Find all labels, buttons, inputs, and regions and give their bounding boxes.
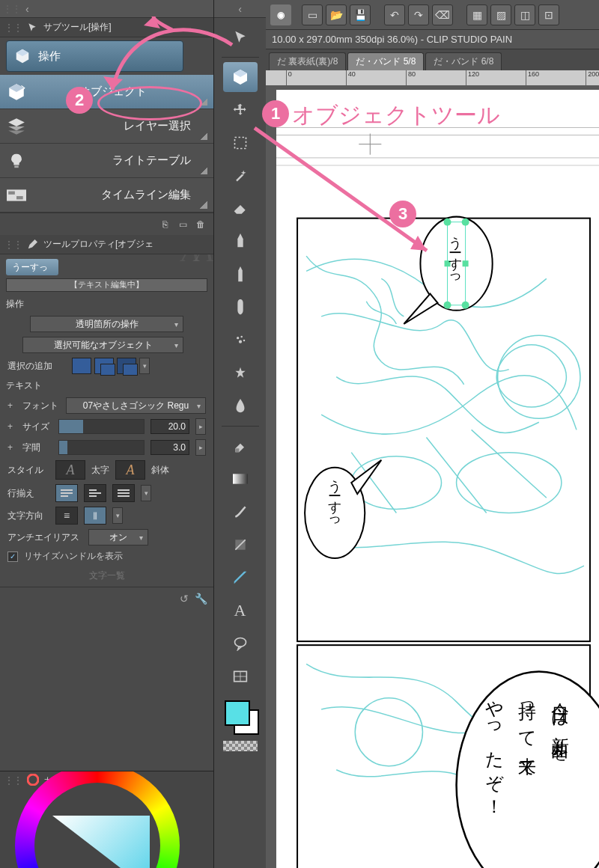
select-mode-new[interactable] [72, 358, 91, 374]
pen-cursor-icon [25, 238, 39, 251]
direction-vertical[interactable]: ⫴ [84, 507, 106, 525]
tool-eraser[interactable] [223, 431, 258, 461]
align-more[interactable]: ▾ [141, 485, 151, 501]
tool-marquee[interactable] [223, 128, 258, 158]
spacing-value[interactable]: 3.0 [150, 440, 189, 455]
deselect-icon[interactable]: ▨ [490, 4, 511, 25]
expand-icon[interactable]: + [7, 442, 16, 453]
chevron-left-icon[interactable]: ‹ [25, 3, 29, 15]
tool-pen[interactable] [223, 227, 258, 257]
size-stepper[interactable]: ▸ [195, 418, 206, 435]
subtool-item-timeline[interactable]: タイムライン編集 [0, 178, 213, 213]
select-mode-more[interactable]: ▾ [139, 358, 150, 374]
tab-page[interactable]: だ・バンド 5/8 [347, 52, 424, 70]
reset-icon[interactable]: ↺ [180, 593, 189, 605]
horizontal-ruler[interactable]: 0 40 80 120 160 200 [266, 70, 599, 85]
decorative-aa: AA [181, 254, 209, 269]
balloon-text-3[interactable]: 今日は新曲を 持って来て やったぞ！ [482, 688, 572, 810]
clip-studio-logo-icon[interactable]: ◉ [270, 4, 291, 25]
subtool-group-label: 操作 [38, 49, 61, 64]
font-dropdown[interactable]: 07やさしさゴシック Regu [66, 397, 206, 414]
bold-toggle[interactable]: A [55, 460, 85, 480]
spacing-label: 字間 [22, 441, 52, 454]
tool-move[interactable] [223, 22, 258, 52]
tool-text[interactable]: A [223, 596, 258, 626]
delete-subtool-icon[interactable]: 🗑 [194, 218, 207, 231]
foreground-color-swatch[interactable] [225, 700, 250, 726]
size-value[interactable]: 20.0 [150, 419, 189, 434]
subtool-item-label: タイムライン編集 [34, 188, 200, 202]
tool-gradient[interactable] [223, 464, 258, 494]
align-center[interactable] [84, 484, 106, 502]
tool-object[interactable] [223, 62, 258, 92]
open-file-icon[interactable]: 📂 [326, 4, 347, 25]
subtool-panel-title: ⋮⋮ サブツール[操作] [0, 18, 213, 37]
lightbulb-icon [6, 150, 27, 171]
tool-line-edit[interactable] [223, 497, 258, 527]
tab-label: だ・バンド 6/8 [434, 55, 493, 68]
tool-airbrush[interactable] [223, 326, 258, 355]
spacing-slider[interactable] [58, 440, 145, 455]
editing-text-chip[interactable]: うーすっ [6, 259, 58, 275]
align-top[interactable] [55, 484, 78, 502]
undo-icon[interactable]: ↶ [384, 4, 405, 25]
tab-page[interactable]: だ・バンド 6/8 [425, 52, 502, 70]
spacing-stepper[interactable]: ▸ [195, 439, 206, 456]
color-swatch-pair[interactable] [222, 697, 259, 735]
chevron-left-icon[interactable]: ‹ [238, 3, 242, 15]
subtool-item-layer-select[interactable]: レイヤー選択 [0, 109, 213, 144]
balloon-text-2[interactable]: うーすっ [326, 470, 344, 529]
tool-eraser-rect[interactable] [223, 194, 258, 224]
wrench-icon[interactable]: 🔧 [195, 593, 207, 605]
shrink-select-icon[interactable]: ⊡ [538, 4, 559, 25]
selectable-object-dropdown[interactable]: 選択可能なオブジェクト [22, 337, 183, 353]
expand-icon[interactable]: + [7, 400, 16, 411]
select-mode-add[interactable] [94, 358, 114, 374]
invert-select-icon[interactable]: ◫ [514, 4, 535, 25]
tool-ruler[interactable] [223, 563, 258, 593]
tool-frame[interactable] [223, 661, 258, 691]
redo-icon[interactable]: ↷ [408, 4, 429, 25]
new-file-icon[interactable]: ▭ [302, 4, 323, 25]
subtool-item-label: レイヤー選択 [34, 119, 200, 133]
subtool-item-light-table[interactable]: ライトテーブル [0, 144, 213, 178]
subtool-menu-icon[interactable]: ▭ [176, 218, 189, 231]
subtool-item-label: ライトテーブル [34, 153, 200, 168]
subtool-item-object[interactable]: オブジェクト [0, 75, 213, 109]
tool-figure[interactable] [223, 530, 258, 560]
balloon-text-1[interactable]: うーすっ [446, 227, 464, 286]
save-file-icon[interactable]: 💾 [350, 4, 371, 25]
tool-deco[interactable] [223, 358, 258, 388]
italic-toggle[interactable]: A [115, 460, 145, 480]
select-all-icon[interactable]: ▦ [466, 4, 487, 25]
svg-point-9 [243, 340, 245, 342]
tab-page[interactable]: だ 裏表紙(裏)/8 [269, 52, 346, 70]
erase-icon[interactable]: ⌫ [432, 4, 453, 25]
style-label: スタイル [7, 464, 49, 477]
tool-brush[interactable] [223, 293, 258, 323]
canvas-area[interactable]: うーすっ うーすっ 今日は新曲を 持って来て やったぞ！ [266, 85, 599, 868]
size-slider[interactable] [58, 419, 145, 434]
tool-wand[interactable] [223, 161, 258, 191]
tool-blur[interactable] [223, 391, 258, 421]
resize-handle-checkbox[interactable]: ✓ [7, 551, 18, 562]
svg-rect-0 [14, 165, 19, 168]
tool-balloon[interactable] [223, 629, 258, 658]
select-mode-sub[interactable] [117, 358, 136, 374]
expand-icon[interactable]: + [7, 421, 16, 432]
subtool-group-button[interactable]: 操作 [6, 40, 183, 72]
aa-dropdown[interactable]: オン [88, 529, 148, 545]
document-tabs: だ 裏表紙(裏)/8 だ・バンド 5/8 だ・バンド 6/8 [266, 49, 599, 70]
direction-more[interactable]: ▾ [112, 507, 123, 524]
page-content[interactable]: うーすっ うーすっ 今日は新曲を 持って来て やったぞ！ [276, 90, 599, 868]
ruler-tick: 200 [586, 70, 599, 85]
tool-movelayer[interactable] [223, 95, 258, 125]
transparent-swatch[interactable] [223, 741, 258, 751]
transparent-operation-dropdown[interactable]: 透明箇所の操作 [30, 316, 183, 332]
align-justify[interactable] [112, 484, 135, 502]
copy-subtool-icon[interactable]: ⎘ [158, 218, 171, 231]
toolprop-title-text: ツールプロパティ[オブジェ [43, 238, 153, 251]
tool-pencil[interactable] [223, 260, 258, 290]
balloon3-col1: 今日は新曲を [548, 688, 572, 810]
direction-horizontal[interactable]: ≡ [55, 507, 78, 525]
